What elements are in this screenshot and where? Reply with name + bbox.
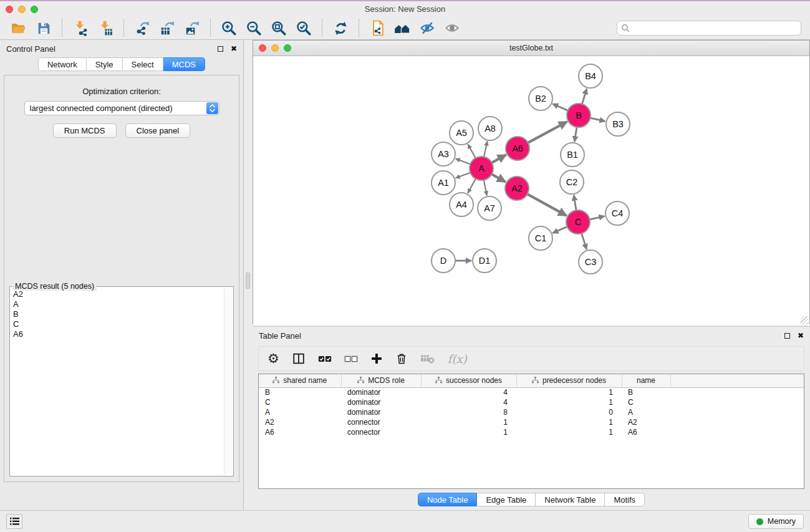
table-cell[interactable]: connector bbox=[341, 427, 421, 437]
select-all-columns-button[interactable] bbox=[318, 355, 332, 363]
unselect-all-columns-button[interactable] bbox=[344, 355, 358, 363]
table-cell[interactable]: dominator bbox=[341, 387, 421, 397]
edge-C-C2[interactable] bbox=[574, 195, 576, 210]
zoom-in-button[interactable] bbox=[219, 18, 239, 38]
tab-node-table[interactable]: Node Table bbox=[418, 493, 478, 506]
table-cell[interactable]: 4 bbox=[421, 387, 516, 397]
edge-C-C4[interactable] bbox=[590, 216, 605, 220]
table-cell[interactable]: A2 bbox=[259, 417, 341, 427]
close-table-panel-icon[interactable]: ✖ bbox=[798, 332, 804, 339]
show-panels-button[interactable] bbox=[442, 18, 462, 38]
node-D1[interactable]: D1 bbox=[473, 249, 496, 273]
export-network-button[interactable] bbox=[132, 18, 152, 38]
node-A6[interactable]: A6 bbox=[506, 137, 529, 160]
create-column-button[interactable] bbox=[370, 352, 383, 365]
float-table-panel-icon[interactable] bbox=[784, 333, 790, 339]
refresh-network-view-button[interactable] bbox=[330, 18, 350, 38]
list-item[interactable]: A6 bbox=[11, 329, 223, 339]
node-D[interactable]: D bbox=[432, 249, 455, 273]
node-C2[interactable]: C2 bbox=[560, 170, 584, 194]
node-A2[interactable]: A2 bbox=[505, 177, 529, 200]
list-item[interactable]: A bbox=[11, 299, 223, 309]
tab-network[interactable]: Network bbox=[38, 57, 87, 71]
import-network-button[interactable] bbox=[70, 18, 90, 38]
node-A7[interactable]: A7 bbox=[478, 196, 501, 220]
node-B2[interactable]: B2 bbox=[529, 87, 552, 110]
table-cell[interactable]: 1 bbox=[516, 417, 622, 427]
table-cell[interactable]: 1 bbox=[516, 427, 622, 437]
import-table-button[interactable] bbox=[95, 18, 115, 38]
list-item[interactable]: B bbox=[11, 309, 223, 319]
node-B3[interactable]: B3 bbox=[606, 112, 630, 136]
node-A5[interactable]: A5 bbox=[450, 121, 473, 145]
table-cell[interactable]: dominator bbox=[341, 407, 421, 417]
export-image-button[interactable] bbox=[182, 18, 202, 38]
node-C3[interactable]: C3 bbox=[579, 250, 602, 274]
zoom-out-button[interactable] bbox=[244, 18, 264, 38]
node-C4[interactable]: C4 bbox=[605, 201, 629, 225]
node-B1[interactable]: B1 bbox=[561, 143, 584, 167]
edge-C-C3[interactable] bbox=[582, 233, 587, 249]
column-header-shared-name[interactable]: shared name bbox=[259, 374, 341, 387]
duplicate-network-button[interactable] bbox=[367, 18, 387, 38]
table-cell[interactable]: 1 bbox=[516, 387, 622, 397]
node-A3[interactable]: A3 bbox=[432, 142, 455, 166]
tab-style[interactable]: Style bbox=[87, 57, 123, 71]
tab-mcds[interactable]: MCDS bbox=[163, 57, 205, 71]
table-cell[interactable]: 1 bbox=[421, 427, 516, 437]
tab-select[interactable]: Select bbox=[123, 57, 163, 71]
edge-A-A4[interactable] bbox=[468, 179, 476, 193]
table-cell[interactable]: A bbox=[259, 407, 341, 417]
column-header-name[interactable]: name bbox=[622, 374, 670, 387]
hide-panels-button[interactable] bbox=[417, 18, 437, 38]
tab-edge-table[interactable]: Edge Table bbox=[477, 493, 536, 506]
tab-motifs[interactable]: Motifs bbox=[605, 493, 645, 506]
open-session-button[interactable] bbox=[9, 18, 29, 38]
edge-A-A5[interactable] bbox=[468, 144, 475, 158]
table-cell[interactable]: 0 bbox=[516, 407, 622, 417]
edge-A-A7[interactable] bbox=[484, 180, 487, 196]
node-A8[interactable]: A8 bbox=[478, 117, 502, 140]
table-settings-button[interactable]: ⚙ bbox=[268, 352, 279, 365]
edge-A-A2[interactable] bbox=[492, 174, 506, 181]
node-C[interactable]: C bbox=[566, 210, 590, 234]
open-cybrowser-home-button[interactable] bbox=[392, 18, 412, 38]
zoom-selected-button[interactable] bbox=[294, 18, 314, 38]
search-input[interactable] bbox=[617, 21, 801, 36]
table-cell[interactable]: C bbox=[622, 397, 670, 407]
table-cell[interactable]: 8 bbox=[421, 407, 516, 417]
result-scrollbar[interactable] bbox=[224, 288, 232, 475]
node-A1[interactable]: A1 bbox=[432, 171, 455, 195]
edge-B-B1[interactable] bbox=[574, 127, 577, 142]
table-cell[interactable]: A6 bbox=[259, 427, 341, 437]
network-graph[interactable]: AA1A2A3A4A5A6A7A8BB1B2B3B4CC1C2C3C4DD1 bbox=[253, 56, 809, 322]
resize-grip-icon[interactable] bbox=[801, 316, 809, 324]
table-cell[interactable]: connector bbox=[341, 417, 421, 427]
table-row[interactable]: Cdominator41C bbox=[259, 397, 804, 407]
list-item[interactable]: A2 bbox=[11, 289, 223, 299]
tab-network-table[interactable]: Network Table bbox=[536, 493, 605, 506]
table-cell[interactable]: 1 bbox=[421, 417, 516, 427]
column-header-MCDS-role[interactable]: MCDS role bbox=[341, 374, 421, 387]
column-header-successor-nodes[interactable]: successor nodes bbox=[421, 374, 516, 387]
table-cell[interactable]: A6 bbox=[622, 427, 670, 437]
save-session-button[interactable] bbox=[34, 18, 54, 38]
close-panel-button[interactable]: Close panel bbox=[125, 123, 191, 138]
table-cell[interactable]: C bbox=[259, 397, 341, 407]
close-panel-icon[interactable]: ✖ bbox=[231, 45, 237, 52]
table-row[interactable]: Adominator80A bbox=[259, 407, 804, 417]
run-mcds-button[interactable]: Run MCDS bbox=[53, 123, 117, 138]
node-C1[interactable]: C1 bbox=[529, 226, 552, 250]
table-cell[interactable]: A2 bbox=[622, 417, 670, 427]
float-panel-icon[interactable] bbox=[218, 46, 223, 52]
edge-B-B4[interactable] bbox=[582, 89, 586, 104]
edge-B-B2[interactable] bbox=[552, 104, 567, 110]
divider-handle-icon[interactable] bbox=[246, 273, 250, 289]
criterion-select[interactable]: largest connected component (directed) bbox=[24, 101, 219, 115]
table-cell[interactable]: B bbox=[622, 387, 670, 397]
edge-A6-B[interactable] bbox=[528, 122, 567, 143]
edge-A-A6[interactable] bbox=[492, 155, 506, 163]
delete-column-button[interactable] bbox=[395, 352, 408, 365]
table-cell[interactable]: B bbox=[259, 387, 341, 397]
table-row[interactable]: A2connector11A2 bbox=[259, 417, 804, 427]
